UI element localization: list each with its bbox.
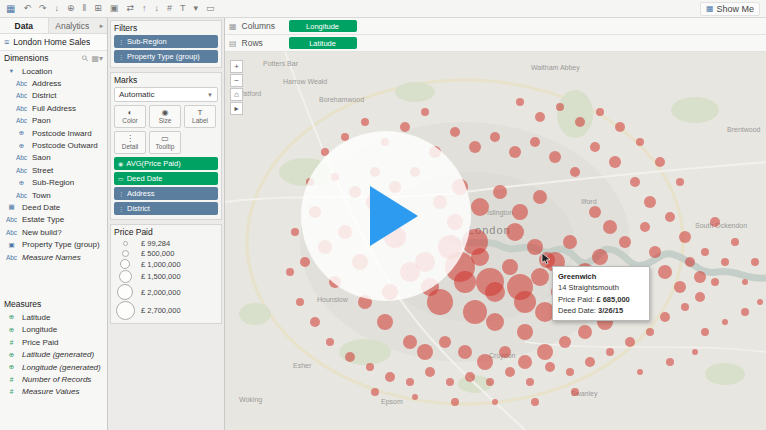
sort-ascending-icon[interactable]: ↑: [142, 4, 147, 13]
marks-pill[interactable]: ⋮Address: [114, 187, 218, 200]
field-item[interactable]: #Price Paid: [0, 336, 107, 348]
marks-pill-label: Deed Date: [127, 174, 163, 183]
marks-button-size[interactable]: ◉Size: [149, 105, 181, 128]
field-item[interactable]: #Measure Values: [0, 386, 107, 398]
field-item[interactable]: ▦Deed Date: [0, 201, 107, 213]
globe-icon: ⊕: [14, 142, 29, 150]
field-label: Estate Type: [22, 215, 64, 224]
field-item[interactable]: AbcDistrict: [0, 90, 107, 102]
field-item[interactable]: AbcMeasure Names: [0, 251, 107, 263]
field-item[interactable]: AbcPaon: [0, 115, 107, 127]
tableau-window: ▦↶↷↓⊕‖⊞▣⇄↑↓#T▾▭ ▦ Show Me Data Analytics…: [0, 0, 766, 430]
tableau-logo-icon[interactable]: ▦: [6, 4, 15, 14]
field-item[interactable]: #Number of Records: [0, 373, 107, 385]
field-label: Property Type (group): [22, 240, 100, 249]
add-data-source-icon[interactable]: ⊕: [67, 4, 75, 13]
zoom-out-button[interactable]: −: [230, 74, 243, 87]
field-item[interactable]: ⊕Latitude: [0, 311, 107, 323]
save-icon[interactable]: ↓: [55, 4, 60, 13]
show-me-button[interactable]: ▦ Show Me: [700, 2, 760, 16]
redo-icon[interactable]: ↷: [39, 4, 47, 13]
legend-item[interactable]: £ 2,000,000: [114, 284, 218, 300]
globe-icon: ⊕: [4, 313, 19, 321]
swap-axes-icon[interactable]: ⇄: [126, 4, 134, 13]
field-item[interactable]: AbcAddress: [0, 77, 107, 89]
columns-shelf[interactable]: ▦ Columns Longitude: [225, 18, 766, 35]
marks-button-detail[interactable]: ⋮Detail: [114, 131, 146, 154]
abc-icon: Abc: [14, 192, 29, 199]
filter-pill[interactable]: ⋮Sub-Region: [114, 35, 218, 48]
field-item[interactable]: ⊕Postcode Inward: [0, 127, 107, 139]
mark-tooltip: Greenwich 14 Straightsmouth Price Paid: …: [552, 266, 650, 321]
presentation-mode-icon[interactable]: ▭: [206, 4, 215, 13]
field-label: Saon: [32, 153, 51, 162]
field-label: Postcode Inward: [32, 129, 92, 138]
rows-pill-latitude[interactable]: Latitude: [289, 37, 357, 49]
marks-button-label[interactable]: TLabel: [184, 105, 216, 128]
columns-pill-longitude[interactable]: Longitude: [289, 20, 357, 32]
legend-item[interactable]: £ 2,700,000: [114, 301, 218, 320]
field-item[interactable]: ▾Location: [0, 65, 107, 77]
field-label: New build?: [22, 228, 62, 237]
mark-type-dropdown[interactable]: Automatic ▼: [114, 87, 218, 102]
field-item[interactable]: ▣Property Type (group): [0, 238, 107, 250]
new-worksheet-icon[interactable]: ⊞: [94, 4, 102, 13]
fit-selector-icon[interactable]: ▾: [193, 4, 198, 13]
pane-collapse-icon[interactable]: ▸: [96, 18, 107, 33]
field-item[interactable]: ⊕Longitude (generated): [0, 361, 107, 373]
field-item[interactable]: ⊕Latitude (generated): [0, 348, 107, 360]
zoom-in-button[interactable]: +: [230, 60, 243, 73]
marks-pill-label: Address: [127, 189, 155, 198]
video-play-overlay[interactable]: [301, 131, 471, 301]
legend-item[interactable]: £ 1,000,000: [114, 259, 218, 269]
group-members-icon[interactable]: #: [167, 4, 172, 13]
zoom-home-button[interactable]: ⌂: [230, 88, 243, 101]
pill-role-icon: ▭: [118, 175, 124, 182]
field-item[interactable]: AbcEstate Type: [0, 214, 107, 226]
legend-item[interactable]: £ 99,284: [114, 239, 218, 248]
marks-pill[interactable]: ⋮District: [114, 202, 218, 215]
sort-descending-icon[interactable]: ↓: [154, 4, 159, 13]
globe-icon: ⊕: [4, 363, 19, 371]
legend-label: £ 2,700,000: [141, 306, 181, 315]
field-item[interactable]: AbcFull Address: [0, 102, 107, 114]
abc-icon: Abc: [14, 117, 29, 124]
view-options-icon[interactable]: ▦▾: [91, 54, 103, 63]
duplicate-sheet-icon[interactable]: ▣: [110, 4, 119, 13]
field-item[interactable]: ⊕Longitude: [0, 324, 107, 336]
field-item[interactable]: ⊕Sub-Region: [0, 177, 107, 189]
show-mark-labels-icon[interactable]: T: [180, 4, 186, 13]
tab-analytics[interactable]: Analytics: [48, 18, 97, 33]
field-item[interactable]: AbcSaon: [0, 152, 107, 164]
legend-item[interactable]: £ 1,500,000: [114, 270, 218, 283]
marks-button-label: Label: [192, 117, 208, 124]
abc-icon: Abc: [4, 254, 19, 261]
field-item[interactable]: AbcTown: [0, 189, 107, 201]
map-toolbar-expand-button[interactable]: ▸: [230, 102, 243, 115]
marks-button-label: Detail: [122, 143, 139, 150]
marks-pill[interactable]: ◉AVG(Price Paid): [114, 157, 218, 170]
pause-updates-icon[interactable]: ‖: [83, 4, 87, 13]
show-me-label: Show Me: [716, 4, 754, 14]
field-item[interactable]: AbcStreet: [0, 164, 107, 176]
rows-shelf[interactable]: ▤ Rows Latitude: [225, 35, 766, 52]
tooltip-date-value: 3/26/15: [598, 306, 623, 315]
pill-grip-icon: ⋮: [118, 53, 124, 60]
field-item[interactable]: ⊕Postcode Outward: [0, 139, 107, 151]
filter-pill[interactable]: ⋮Property Type (group): [114, 50, 218, 63]
search-fields-icon[interactable]: ⚲: [79, 53, 90, 64]
marks-button-tooltip[interactable]: ▭Tooltip: [149, 131, 181, 154]
map-view[interactable]: Potters BarWaltham AbbeyHarrow WealdWatf…: [225, 52, 766, 430]
abc-icon: Abc: [14, 167, 29, 174]
marks-pill[interactable]: ▭Deed Date: [114, 172, 218, 185]
undo-icon[interactable]: ↶: [23, 4, 31, 13]
legend-label: £ 99,284: [141, 239, 170, 248]
hash-icon: #: [4, 388, 19, 395]
field-item[interactable]: AbcNew build?: [0, 226, 107, 238]
marks-button-color[interactable]: ◐Color: [114, 105, 146, 128]
field-label: Town: [32, 191, 51, 200]
tab-data[interactable]: Data: [0, 18, 48, 33]
legend-label: £ 1,000,000: [141, 260, 181, 269]
datasource-item[interactable]: ≡ London Home Sales: [0, 34, 107, 51]
legend-item[interactable]: £ 500,000: [114, 249, 218, 258]
